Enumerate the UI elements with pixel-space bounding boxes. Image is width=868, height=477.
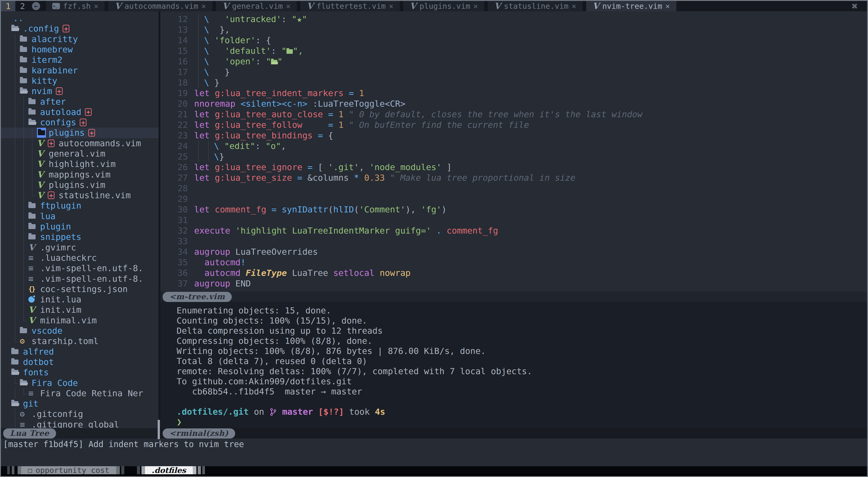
tree-row-git[interactable]: git: [1, 399, 159, 409]
tree-row-vscode[interactable]: vscode: [1, 326, 159, 336]
tab-close-icon[interactable]: ×: [286, 2, 290, 10]
tab-general.vim[interactable]: Vgeneral.vim×: [216, 1, 297, 11]
code-token: " 0 by default, closes the tree when it'…: [349, 109, 642, 119]
tree-row-iterm2[interactable]: iterm2: [1, 55, 159, 65]
close-all-icon[interactable]: ✖: [842, 1, 867, 11]
tree-row-highlight.vim[interactable]: Vhighlight.vim: [1, 159, 159, 169]
tree-row-init.vim[interactable]: Vinit.vim: [1, 305, 159, 315]
tree-row-.config[interactable]: .config+: [1, 24, 159, 34]
tab-close-icon[interactable]: ×: [665, 2, 670, 10]
editor-buffer[interactable]: 12\ 'untracked': "★"13\ },14\ 'folder': …: [160, 11, 867, 292]
tree-row-autocommands.vim[interactable]: V+autocommands.vim: [1, 138, 159, 148]
back-circle-icon[interactable]: ←: [30, 1, 42, 11]
tree-row-Fira-Code-Retina-Ner[interactable]: ≡Fira Code Retina Ner: [1, 388, 159, 399]
tree-row-after[interactable]: after: [1, 96, 159, 107]
tab-close-icon[interactable]: ×: [94, 2, 98, 10]
tree-row-init.lua[interactable]: init.lua: [1, 294, 159, 305]
code-token: =: [328, 120, 339, 130]
tmux-window-2[interactable]: 2: [15, 1, 30, 11]
tree-row-alacritty[interactable]: alacritty: [1, 34, 159, 44]
indent-line-marker: [28, 138, 37, 148]
tree-row-ftplugin[interactable]: ftplugin: [1, 201, 159, 211]
tab-plugins.vim[interactable]: Vplugins.vim×: [403, 1, 484, 11]
code-token: ]: [441, 162, 452, 172]
tree-row-.luacheckrc[interactable]: ≡.luacheckrc: [1, 253, 159, 263]
terminal-statusline-pill: <rminal(zsh): [163, 429, 235, 439]
tree-row-plugins[interactable]: plugins+: [1, 128, 159, 138]
tree-row-homebrew[interactable]: homebrew: [1, 44, 159, 55]
tree-row-fonts[interactable]: fonts: [1, 367, 159, 378]
tree-row-Fira-Code[interactable]: Fira Code: [1, 378, 159, 388]
tab-autocommands.vim[interactable]: Vautocommands.vim×: [108, 1, 212, 11]
folder-open-glyph: [271, 60, 277, 64]
tmux-gap: [124, 466, 137, 474]
vim-icon: V: [37, 160, 43, 168]
tree-row-kitty[interactable]: kitty: [1, 76, 159, 86]
code-line-31: 31: [160, 215, 867, 226]
tmux-session-dotfiles[interactable]: .dotfiles: [137, 466, 205, 474]
tree-row-.vim-spell-en.utf-8.[interactable]: ≡.vim-spell-en.utf-8.: [1, 263, 159, 273]
tree-row-nvim[interactable]: nvim+: [1, 86, 159, 96]
tree-row-.gitconfig[interactable]: ⚙.gitconfig: [1, 409, 159, 419]
code-token: augroup: [194, 247, 235, 257]
folder-cursor-glyph: [38, 130, 45, 135]
tree-row-configs[interactable]: configs+: [1, 117, 159, 128]
code-token: .dotfiles/.git: [177, 407, 249, 417]
tree-row-..[interactable]: ..: [1, 13, 159, 24]
tree-row-starship.toml[interactable]: ⚙starship.toml: [1, 336, 159, 346]
tab-close-icon[interactable]: ×: [571, 2, 576, 10]
tree-row-statusline.vim[interactable]: V+statusline.vim: [1, 190, 159, 201]
tree-scrollbar-thumb[interactable]: [158, 420, 160, 439]
indent-line-marker: [11, 222, 20, 232]
tab-nvim-tree.vim[interactable]: Vnvim-tree.vim×: [586, 1, 676, 11]
tree-row-autoload[interactable]: autoload+: [1, 107, 159, 117]
folder-closed-glyph: [20, 47, 27, 52]
indent-line-marker: [28, 169, 37, 179]
tree-row-lua[interactable]: lua: [1, 211, 159, 222]
tree-row-.gvimrc[interactable]: V.gvimrc: [1, 242, 159, 253]
tree-row-alfred[interactable]: alfred: [1, 346, 159, 357]
window-separator[interactable]: [159, 11, 160, 439]
tab-fzf.sh[interactable]: >_fzf.sh×: [46, 1, 105, 11]
indent-guide: [208, 151, 214, 162]
tree-row-snippets[interactable]: snippets: [1, 232, 159, 242]
folder-open-glyph: [11, 370, 19, 375]
line-number: 27: [160, 173, 194, 183]
tab-close-icon[interactable]: ×: [473, 2, 478, 10]
folder-closed-glyph: [28, 214, 36, 219]
indent-line-marker: [20, 117, 28, 128]
tree-row-.gitignore-global[interactable]: ≡.gitignore_global: [1, 419, 159, 428]
tab-close-icon[interactable]: ×: [389, 2, 393, 10]
tree-row-coc-settings.json[interactable]: {}coc-settings.json: [1, 284, 159, 294]
tree-row-plugin[interactable]: plugin: [1, 222, 159, 232]
code-token: "★": [292, 14, 307, 24]
tree-row-plugins.vim[interactable]: Vplugins.vim: [1, 180, 159, 190]
tab-fluttertest.vim[interactable]: Vfluttertest.vim×: [301, 1, 400, 11]
folder-closed-glyph: [20, 68, 27, 73]
tree-label: after: [40, 97, 66, 107]
tree-row-general.vim[interactable]: Vgeneral.vim: [1, 148, 159, 159]
prompt-chevron[interactable]: ❯: [177, 417, 867, 427]
tab-statusline.vim[interactable]: Vstatusline.vim×: [488, 1, 583, 11]
tree-row-dotbot[interactable]: dotbot: [1, 357, 159, 367]
code-text: let g:lua_tree_indent_markers = 1: [194, 88, 364, 99]
tmux-window-1[interactable]: 1: [1, 1, 15, 11]
tab-label: statusline.vim: [504, 2, 569, 10]
tree-label: .gvimrc: [40, 243, 76, 252]
tree-row-.vim-spell-en.utf-8.[interactable]: ≡.vim-spell-en.utf-8.: [1, 273, 159, 284]
tree-row-minimal.vim[interactable]: Vminimal.vim: [1, 315, 159, 326]
terminal-buffer[interactable]: Enumerating objects: 15, done.Counting o…: [160, 302, 867, 428]
tmux-session-opportunity-cost[interactable]: □ opportunity_cost: [18, 466, 124, 474]
code-token: \: [204, 57, 225, 66]
tree-label: dotbot: [23, 357, 54, 367]
file-tree: ...config+alacrittyhomebrewiterm2karabin…: [1, 11, 159, 428]
code-token: 1: [339, 109, 349, 119]
tree-row-mappings.vim[interactable]: Vmappings.vim: [1, 169, 159, 179]
tree-row-karabiner[interactable]: karabiner: [1, 65, 159, 75]
code-token: let: [194, 205, 215, 214]
nvim-tree-pane[interactable]: ...config+alacrittyhomebrewiterm2karabin…: [1, 11, 159, 439]
code-token: 1: [339, 120, 349, 130]
tab-close-icon[interactable]: ×: [202, 2, 206, 10]
vim-icon: V: [37, 160, 47, 168]
tree-label: statusline.vim: [59, 190, 131, 200]
